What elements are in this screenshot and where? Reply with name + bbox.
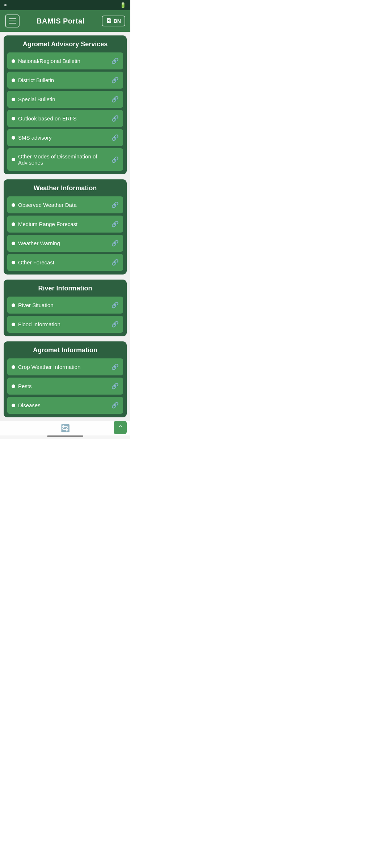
menu-dot-pests [12,384,15,388]
link-icon-sms-advisory: 🔗 [112,134,119,141]
menu-dot-district-bulletin [12,78,15,82]
section-title-agromet-information: Agromet Information [7,346,123,354]
status-bar: 🔋 [0,0,130,10]
menu-label-diseases: Diseases [18,402,41,408]
menu-item-district-bulletin[interactable]: District Bulletin🔗 [7,72,123,89]
menu-label-observed-weather-data: Observed Weather Data [18,202,76,208]
menu-left-other-forecast: Other Forecast [12,259,54,265]
menu-item-sms-advisory[interactable]: SMS advisory🔗 [7,129,123,146]
menu-label-weather-warning: Weather Warning [18,240,60,246]
navbar: BAMIS Portal 🖺 BN [0,10,130,32]
menu-left-other-modes: Other Modes of Dissemination of Advisori… [12,153,112,166]
menu-left-diseases: Diseases [12,402,41,408]
menu-list-river-information: River Situation🔗Flood Information🔗 [7,297,123,333]
link-icon-flood-information: 🔗 [112,321,119,328]
section-card-agromet-advisory: Agromet Advisory ServicesNational/Region… [4,35,127,174]
battery-icon: 🔋 [120,2,126,8]
menu-label-other-modes: Other Modes of Dissemination of Advisori… [18,153,112,166]
bottom-bar: 🔄 ⌃ [0,421,130,435]
hamburger-line-1 [9,18,16,19]
menu-dot-other-modes [12,158,15,161]
scroll-top-button[interactable]: ⌃ [114,421,127,434]
menu-label-river-situation: River Situation [18,302,54,308]
menu-left-pests: Pests [12,383,32,389]
menu-item-special-bulletin[interactable]: Special Bulletin🔗 [7,91,123,108]
menu-item-other-modes[interactable]: Other Modes of Dissemination of Advisori… [7,148,123,171]
bottom-nav-wrapper: 🔄 ⌃ [0,421,130,439]
menu-label-flood-information: Flood Information [18,321,60,327]
link-icon-other-modes: 🔗 [112,156,119,163]
hamburger-line-2 [9,21,16,21]
menu-dot-sms-advisory [12,136,15,140]
menu-dot-river-situation [12,303,15,307]
menu-dot-special-bulletin [12,98,15,101]
section-card-weather-information: Weather InformationObserved Weather Data… [4,179,127,275]
menu-label-outlook-erfs: Outlook based on ERFS [18,115,77,122]
link-icon-outlook-erfs: 🔗 [112,115,119,122]
menu-dot-flood-information [12,323,15,326]
status-dot [4,4,7,6]
menu-label-national-regional-bulletin: National/Regional Bulletin [18,58,80,64]
menu-list-agromet-information: Crop Weather Information🔗Pests🔗Diseases🔗 [7,358,123,414]
link-icon-diseases: 🔗 [112,402,119,409]
menu-left-national-regional-bulletin: National/Regional Bulletin [12,58,80,64]
link-icon-crop-weather-information: 🔗 [112,363,119,370]
menu-dot-other-forecast [12,261,15,264]
menu-label-crop-weather-information: Crop Weather Information [18,364,80,370]
refresh-button[interactable]: 🔄 [61,424,70,433]
translate-icon: 🖺 [106,18,112,24]
menu-label-sms-advisory: SMS advisory [18,135,52,141]
menu-label-medium-range-forecast: Medium Range Forecast [18,221,77,227]
section-title-agromet-advisory: Agromet Advisory Services [7,41,123,48]
menu-left-special-bulletin: Special Bulletin [12,96,55,102]
link-icon-special-bulletin: 🔗 [112,96,119,103]
menu-item-outlook-erfs[interactable]: Outlook based on ERFS🔗 [7,110,123,127]
menu-list-weather-information: Observed Weather Data🔗Medium Range Forec… [7,196,123,271]
menu-item-flood-information[interactable]: Flood Information🔗 [7,316,123,333]
menu-dot-weather-warning [12,242,15,245]
menu-dot-crop-weather-information [12,365,15,369]
section-card-river-information: River InformationRiver Situation🔗Flood I… [4,280,127,336]
link-icon-weather-warning: 🔗 [112,240,119,247]
menu-left-river-situation: River Situation [12,302,54,308]
menu-left-observed-weather-data: Observed Weather Data [12,202,76,208]
menu-item-river-situation[interactable]: River Situation🔗 [7,297,123,314]
app-title: BAMIS Portal [37,17,85,25]
menu-item-crop-weather-information[interactable]: Crop Weather Information🔗 [7,358,123,375]
menu-dot-outlook-erfs [12,117,15,120]
link-icon-observed-weather-data: 🔗 [112,201,119,208]
menu-left-medium-range-forecast: Medium Range Forecast [12,221,77,227]
menu-left-crop-weather-information: Crop Weather Information [12,364,80,370]
language-button[interactable]: 🖺 BN [102,16,125,26]
link-icon-other-forecast: 🔗 [112,259,119,266]
menu-item-medium-range-forecast[interactable]: Medium Range Forecast🔗 [7,216,123,233]
main-content: Agromet Advisory ServicesNational/Region… [0,32,130,421]
menu-dot-diseases [12,404,15,407]
menu-item-weather-warning[interactable]: Weather Warning🔗 [7,235,123,252]
menu-item-pests[interactable]: Pests🔗 [7,378,123,395]
menu-left-district-bulletin: District Bulletin [12,77,54,83]
menu-dot-observed-weather-data [12,203,15,207]
menu-dot-medium-range-forecast [12,222,15,226]
link-icon-river-situation: 🔗 [112,302,119,309]
menu-item-diseases[interactable]: Diseases🔗 [7,397,123,414]
menu-label-other-forecast: Other Forecast [18,259,54,265]
menu-item-other-forecast[interactable]: Other Forecast🔗 [7,254,123,271]
menu-left-outlook-erfs: Outlook based on ERFS [12,115,77,122]
hamburger-button[interactable] [5,14,20,27]
section-title-weather-information: Weather Information [7,184,123,192]
link-icon-national-regional-bulletin: 🔗 [112,58,119,64]
hamburger-line-3 [9,23,16,24]
link-icon-pests: 🔗 [112,383,119,390]
menu-label-pests: Pests [18,383,32,389]
menu-left-weather-warning: Weather Warning [12,240,60,246]
link-icon-medium-range-forecast: 🔗 [112,221,119,227]
menu-dot-national-regional-bulletin [12,59,15,63]
link-icon-district-bulletin: 🔗 [112,77,119,84]
menu-label-special-bulletin: Special Bulletin [18,96,55,102]
menu-item-observed-weather-data[interactable]: Observed Weather Data🔗 [7,196,123,213]
menu-item-national-regional-bulletin[interactable]: National/Regional Bulletin🔗 [7,52,123,69]
menu-list-agromet-advisory: National/Regional Bulletin🔗District Bull… [7,52,123,171]
menu-left-flood-information: Flood Information [12,321,60,327]
section-card-agromet-information: Agromet InformationCrop Weather Informat… [4,341,127,417]
